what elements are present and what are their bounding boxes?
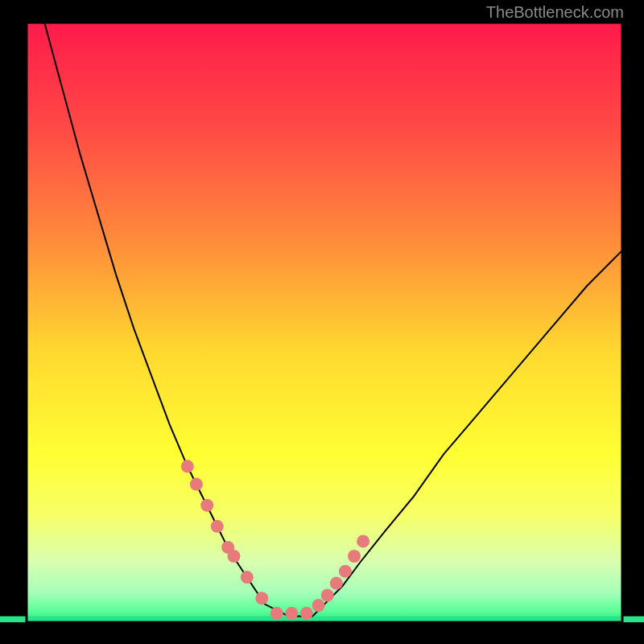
chart-container: TheBottleneck.com: [0, 0, 644, 644]
highlight-dot: [181, 460, 194, 473]
highlight-dot: [270, 607, 283, 620]
highlight-dot: [357, 535, 369, 547]
highlight-dot: [348, 550, 361, 563]
chart-svg: TheBottleneck.com: [0, 0, 644, 644]
highlight-dot: [190, 478, 203, 491]
highlight-dot: [300, 607, 313, 620]
highlight-dot: [241, 571, 254, 584]
highlight-dot: [312, 599, 325, 612]
highlight-dot: [285, 607, 298, 620]
highlight-dot: [339, 565, 352, 578]
attribution-watermark: TheBottleneck.com: [486, 3, 624, 21]
highlight-dot: [330, 577, 343, 590]
highlight-dot: [321, 589, 334, 602]
highlight-dot: [255, 592, 268, 605]
highlight-dot: [200, 499, 213, 512]
highlight-dot: [211, 520, 224, 533]
highlight-dot: [228, 550, 241, 563]
plot-background: [27, 23, 622, 622]
